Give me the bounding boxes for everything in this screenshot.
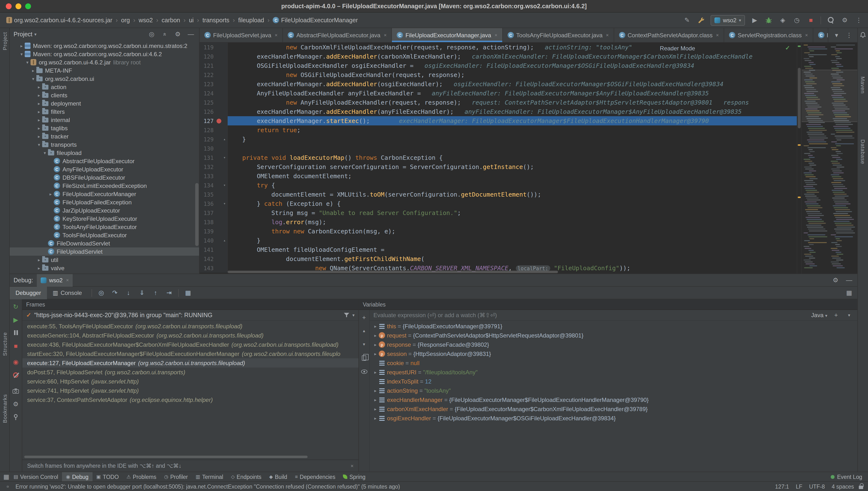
breadcrumb-item-carbon[interactable]: carbon	[160, 16, 181, 24]
close-hint-icon[interactable]: ×	[350, 463, 354, 469]
chevron-collapsed-icon[interactable]: ▸	[30, 68, 36, 73]
frames-horizontal-scrollbar[interactable]	[24, 456, 354, 459]
frame-execute-127-fileuploadexecutormanager[interactable]: execute:127, FileUploadExecutorManager(o…	[22, 358, 358, 368]
code-line-126[interactable]: 126 execHandlerManager.addExecHandler(an…	[200, 107, 797, 116]
close-tab-icon[interactable]: ×	[495, 32, 497, 38]
tree-item-maven-org-wso2-carbon-org-wso2-carbon-ui[interactable]: ▸Maven: org.wso2.carbon:org.wso2.carbon.…	[10, 41, 199, 50]
code-line-123[interactable]: 123 execHandlerManager.addExecHandler(os…	[200, 79, 797, 89]
tree-item-fileuploadfailedexception[interactable]: CFileUploadFailedException	[10, 198, 199, 206]
tab-list-dropdown-icon[interactable]: ▾	[832, 31, 841, 39]
debug-session-tab[interactable]: wso2 ×	[37, 274, 73, 286]
tree-item-fileupload[interactable]: ▾fileupload	[10, 149, 199, 157]
filter-icon[interactable]	[344, 313, 349, 317]
status-widget-line-separator[interactable]: LF	[796, 484, 802, 489]
stop-debug-button[interactable]: ■	[11, 341, 20, 350]
show-execution-point-button[interactable]: ◎	[97, 288, 106, 297]
event-log-button[interactable]: Event Log	[831, 474, 865, 480]
mute-breakpoints-button[interactable]	[11, 370, 20, 379]
chevron-collapsed-icon[interactable]: ▸	[373, 342, 378, 347]
code-line-130[interactable]: 130	[200, 144, 797, 153]
chevron-expanded-icon[interactable]: ▾	[24, 60, 30, 65]
code-editor[interactable]: 119 new CarbonXmlFileUploadExecHandler(r…	[200, 42, 797, 273]
tree-item-anyfileuploadexecutor[interactable]: CAnyFileUploadExecutor	[10, 165, 199, 173]
tree-item-filedownloadservlet[interactable]: CFileDownloadServlet	[10, 239, 199, 248]
chevron-collapsed-icon[interactable]: ▸	[373, 370, 378, 375]
profiler-button[interactable]: ◷	[792, 16, 801, 25]
tree-item-util[interactable]: ▸util	[10, 256, 199, 264]
toolwindow-button-debug[interactable]: ◉Debug	[62, 472, 92, 482]
chevron-collapsed-icon[interactable]: ▸	[373, 333, 378, 338]
tool-stripe-database[interactable]: Database	[858, 140, 868, 164]
editor-tab-abstractfileuploadexecutor-java[interactable]: CAbstractFileUploadExecutor.java×	[283, 28, 392, 42]
toolwindow-button-profiler[interactable]: ◷Profiler	[160, 472, 192, 482]
tree-item-org-wso2-carbon-ui-4-6-2-jar[interactable]: ▾org.wso2.carbon.ui-4.6.2.jarlibrary roo…	[10, 58, 199, 66]
tree-item-filesizelimitexceededexception[interactable]: CFileSizeLimitExceededException	[10, 181, 199, 190]
status-widget-file-encoding[interactable]: UTF-8	[809, 484, 825, 489]
tree-item-internal[interactable]: ▸internal	[10, 116, 199, 124]
close-window-button[interactable]	[6, 3, 11, 9]
chevron-collapsed-icon[interactable]: ▸	[36, 266, 42, 270]
minimap-viewport[interactable]	[802, 70, 857, 122]
toolwindow-button-dependencies[interactable]: ≡Dependencies	[291, 472, 339, 482]
breadcrumb-item-wso2[interactable]: wso2	[137, 16, 154, 24]
variable-osgiexechandler[interactable]: ▸osgiExecHandler = {FileUploadExecutorMa…	[370, 413, 857, 423]
editor-tab-toolsanyfileuploadexecutor-java[interactable]: CToolsAnyFileUploadExecutor.java×	[503, 28, 614, 42]
tree-item-dbsfileuploadexecutor[interactable]: CDBSFileUploadExecutor	[10, 173, 199, 181]
pause-button[interactable]	[11, 328, 20, 337]
frame-execute-436-fileuploadexecutormanager-ca[interactable]: execute:436, FileUploadExecutorManager$C…	[22, 340, 358, 349]
hide-project-panel-button[interactable]: —	[186, 30, 195, 38]
editor-tab-servletregistration-class[interactable]: CServletRegistration.class×	[724, 28, 813, 42]
breadcrumb-item-fileuploadexecutormanager[interactable]: CFileUploadExecutorManager	[271, 16, 359, 24]
code-line-125[interactable]: 125 new AnyFileUploadExecHandler(request…	[200, 98, 797, 107]
tree-item-filters[interactable]: ▸filters	[10, 108, 199, 116]
add-watch-button[interactable]: +	[360, 313, 368, 321]
code-line-129[interactable]: 129▴ }	[200, 135, 797, 144]
project-panel-title[interactable]: Project	[13, 31, 32, 37]
status-message[interactable]: Error running 'wso2': Unable to open deb…	[16, 484, 770, 489]
frames-hscroll-thumb[interactable]	[24, 456, 308, 458]
code-line-142[interactable]: 142 documentElement.getFirstChildWithNam…	[200, 254, 797, 263]
breadcrumb-item-ui[interactable]: ui	[187, 16, 195, 24]
minimize-window-button[interactable]	[16, 3, 21, 9]
breakpoint-icon[interactable]	[215, 118, 222, 124]
tool-stripe-maven[interactable]: Maven	[858, 77, 868, 94]
search-everywhere-button[interactable]	[826, 16, 835, 25]
tree-item-fileuploadexecutormanager[interactable]: ▸CFileUploadExecutorManager	[10, 190, 199, 198]
fold-marker[interactable]: ▾	[222, 183, 227, 187]
chevron-down-icon[interactable]: ▾	[34, 32, 36, 36]
project-settings-button[interactable]: ⚙	[173, 30, 182, 38]
editor-options-icon[interactable]: ⋮	[845, 31, 853, 39]
code-line-137[interactable]: 137 String msg = "Unable to read Server …	[200, 208, 797, 218]
resume-button[interactable]: ▶	[11, 315, 20, 324]
close-tab-icon[interactable]: ×	[606, 32, 609, 38]
chevron-collapsed-icon[interactable]: ▸	[373, 351, 378, 356]
chevron-collapsed-icon[interactable]: ▸	[36, 117, 42, 122]
code-line-121[interactable]: 121 OSGiFileUploadExecHandler osgiExecHa…	[200, 61, 797, 70]
chevron-collapsed-icon[interactable]: ▸	[36, 85, 42, 89]
code-line-136[interactable]: 136▾ } catch (Exception e) {	[200, 199, 797, 208]
variable-session[interactable]: ▸psession = {HttpSessionAdaptor@39831}	[370, 349, 857, 358]
chevron-collapsed-icon[interactable]: ▸	[373, 397, 378, 402]
rerun-button[interactable]: ↻	[11, 302, 20, 311]
chevron-expanded-icon[interactable]: ▾	[36, 142, 42, 147]
debug-strip-settings-button[interactable]: ⚙	[11, 400, 20, 408]
stop-button[interactable]: ■	[807, 16, 815, 25]
tree-item-toolsanyfileuploadexecutor[interactable]: CToolsAnyFileUploadExecutor	[10, 223, 199, 231]
code-line-119[interactable]: 119 new CarbonXmlFileUploadExecHandler(r…	[200, 42, 797, 52]
chevron-expanded-icon[interactable]: ▾	[30, 76, 36, 81]
variable-request[interactable]: ▸prequest = {ContextPathServletAdaptor$H…	[370, 331, 857, 340]
toolwindow-button-endpoints[interactable]: ◇Endpoints	[227, 472, 265, 482]
move-down-button[interactable]: ▾	[360, 340, 368, 349]
fold-marker[interactable]: ▾	[222, 201, 227, 206]
toolwindow-button-problems[interactable]: ⚠Problems	[122, 472, 160, 482]
toolwindow-button-terminal[interactable]: ▥Terminal	[192, 472, 227, 482]
tree-item-maven-org-wso2-carbon-org-wso2-carbon-ui[interactable]: ▾Maven: org.wso2.carbon:org.wso2.carbon.…	[10, 50, 199, 58]
close-tab-icon[interactable]: ×	[384, 32, 387, 38]
code-line-139[interactable]: 139 throw new CarbonException(msg, e);	[200, 227, 797, 236]
code-line-133[interactable]: 133 OMElement documentElement;	[200, 171, 797, 181]
move-up-button[interactable]: ▴	[360, 326, 368, 335]
step-over-button[interactable]: ↷	[110, 288, 119, 297]
reader-mode-label[interactable]: Reader Mode	[660, 45, 695, 52]
thread-selector[interactable]: ✓ "https-jsse-nio-9443-exec-20"@39,786 i…	[22, 310, 358, 321]
breadcrumb-item-org[interactable]: org	[120, 16, 131, 24]
